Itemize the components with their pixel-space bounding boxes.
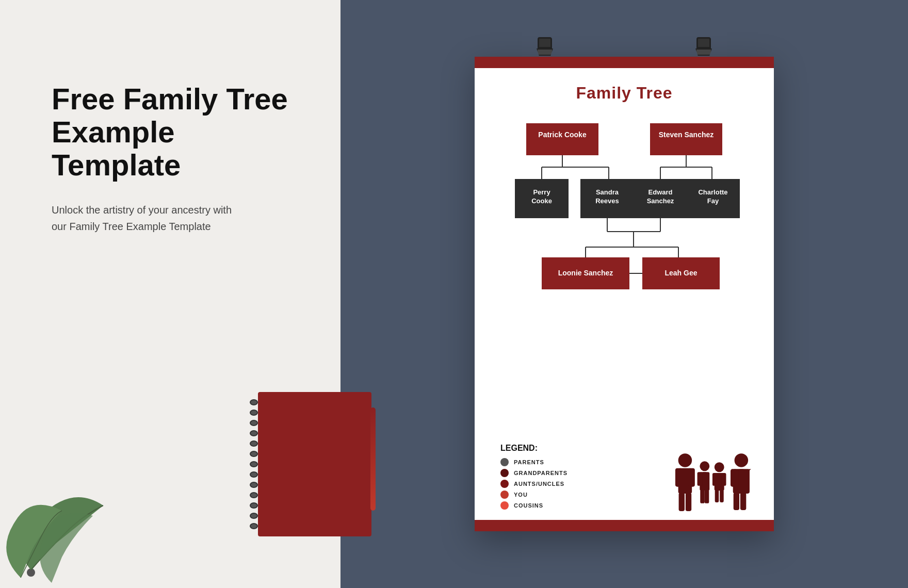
legend-dot-cousins [500, 501, 509, 510]
svg-rect-45 [686, 493, 691, 511]
svg-rect-43 [688, 468, 695, 487]
svg-rect-49 [702, 472, 707, 486]
page-description: Unlock the artistry of your ancestry wit… [52, 202, 237, 235]
svg-rect-56 [715, 489, 719, 502]
legend-label-parents: PARENTS [514, 459, 544, 465]
svg-text:Sandra: Sandra [596, 188, 619, 196]
svg-point-46 [700, 461, 709, 471]
legend-dot-aunts [500, 480, 509, 488]
svg-rect-3 [650, 123, 722, 155]
svg-text:Cooke: Cooke [531, 197, 552, 205]
svg-rect-55 [722, 473, 726, 486]
legend-label-grandparents: GRANDPARENTS [514, 470, 568, 476]
right-panel: Family Tree Patrick Cooke Steven Sanchez [340, 0, 908, 588]
document-content: Family Tree Patrick Cooke Steven Sanchez [475, 68, 774, 520]
legend: LEGEND: PARENTS GRANDPARENTS AUNTS/UNCLE… [495, 444, 753, 510]
legend-label-cousins: COUSINS [514, 502, 543, 509]
svg-text:Fay: Fay [707, 197, 719, 205]
document: Family Tree Patrick Cooke Steven Sanchez [475, 57, 774, 531]
title-red: Tree [637, 84, 673, 102]
svg-rect-44 [679, 493, 685, 511]
svg-text:Steven Sanchez: Steven Sanchez [659, 130, 714, 139]
document-title: Family Tree [495, 84, 753, 103]
legend-label-you: YOU [514, 492, 528, 498]
legend-dot-you [500, 491, 509, 499]
svg-rect-50 [700, 489, 705, 503]
svg-text:Loonie Sanchez: Loonie Sanchez [558, 269, 613, 277]
svg-rect-51 [705, 489, 709, 503]
svg-text:Sanchez: Sanchez [647, 197, 674, 205]
tree-svg: Patrick Cooke Steven Sanchez [495, 118, 753, 366]
document-footer-bar [475, 520, 774, 531]
svg-text:Charlotte: Charlotte [698, 188, 727, 196]
title-black: Family [576, 84, 636, 102]
legend-dot-parents [500, 458, 509, 466]
svg-text:Perry: Perry [533, 188, 550, 196]
svg-rect-1 [526, 123, 598, 155]
document-header-bar [475, 57, 774, 68]
family-tree-diagram: Patrick Cooke Steven Sanchez [495, 118, 753, 433]
binder-clip-right [695, 37, 712, 63]
notebook-spiral [249, 397, 259, 531]
svg-point-58 [735, 453, 749, 467]
svg-rect-54 [712, 473, 717, 486]
legend-dot-grandparents [500, 469, 509, 477]
left-panel: Free Family Tree Example Template Unlock… [0, 0, 340, 588]
svg-rect-42 [675, 468, 682, 487]
family-silhouette-icon [666, 450, 758, 517]
svg-text:Edward: Edward [648, 188, 673, 196]
svg-point-52 [715, 462, 724, 472]
svg-rect-60 [731, 469, 737, 487]
svg-rect-62 [734, 493, 739, 510]
svg-text:Leah Gee: Leah Gee [664, 269, 697, 277]
leaf-decoration [0, 475, 155, 588]
notebook-decoration [258, 392, 371, 536]
notebook-pen [370, 407, 376, 511]
svg-text:Patrick Cooke: Patrick Cooke [538, 130, 587, 139]
svg-rect-63 [740, 493, 746, 510]
svg-rect-61 [738, 469, 744, 487]
svg-rect-48 [698, 472, 702, 486]
svg-rect-57 [720, 489, 724, 502]
binder-clip-left [537, 37, 553, 63]
legend-label-aunts: AUNTS/UNCLES [514, 481, 564, 487]
page-title: Free Family Tree Example Template [52, 83, 299, 181]
svg-text:Reeves: Reeves [595, 197, 619, 205]
svg-point-40 [678, 453, 692, 467]
